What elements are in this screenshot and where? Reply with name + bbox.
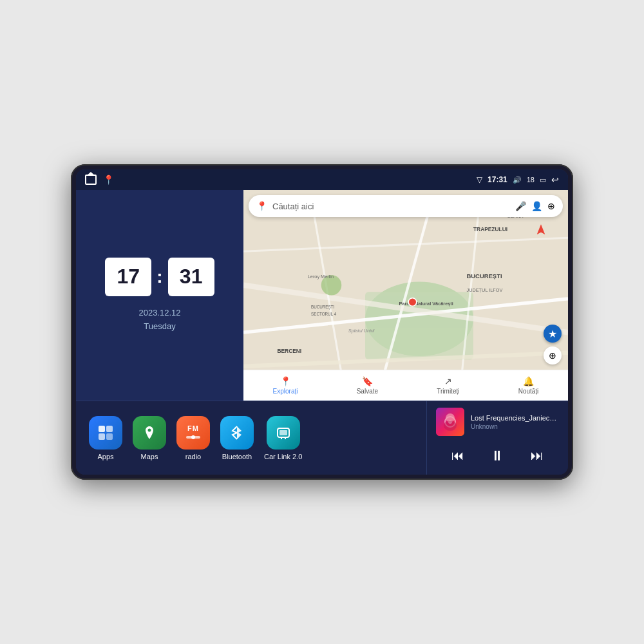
svg-rect-24 [99,426,105,432]
svg-text:JUDEȚUL ILFOV: JUDEȚUL ILFOV [467,287,503,293]
svg-point-22 [408,298,417,307]
device-screen: 📍 ▽ 17:31 🔊 18 ▭ ↩ 17 : 31 [76,169,568,475]
volume-level: 18 [527,176,535,184]
bottom-section: Apps Maps FM [76,401,568,475]
music-thumbnail [436,408,464,436]
main-content: 17 : 31 2023.12.12 Tuesday [76,190,568,475]
clock-display: 17 : 31 [105,258,214,296]
app-item-maps[interactable]: Maps [133,416,166,460]
svg-rect-31 [279,430,287,435]
status-left: 📍 [85,175,114,185]
clock-hours: 17 [105,258,151,296]
back-icon[interactable]: ↩ [551,175,559,185]
map-location-button[interactable]: ★ [544,325,562,343]
app-item-carlink[interactable]: Car Link 2.0 [264,416,302,460]
app-grid: Apps Maps FM [76,401,426,475]
radio-label: radio [185,453,201,460]
music-artist: Unknown [471,423,559,430]
svg-text:BERCENI: BERCENI [278,348,302,354]
app-item-radio[interactable]: FM radio [176,416,210,460]
prev-button[interactable]: ⏮ [446,446,469,466]
map-nav-explore[interactable]: 📍 Explorați [273,376,298,395]
explore-icon: 📍 [280,376,291,386]
map-bottom-nav: 📍 Explorați 🔖 Salvate ↗ Trimiteți 🔔 [243,370,568,401]
svg-text:SECTORUL 4: SECTORUL 4 [311,312,337,316]
play-pause-button[interactable]: ⏸ [490,448,504,464]
music-title: Lost Frequencies_Janieck Devy-... [471,414,559,422]
music-player: Lost Frequencies_Janieck Devy-... Unknow… [426,401,568,475]
svg-text:TRAPEZULUI: TRAPEZULUI [473,226,507,232]
svg-text:Parcul Natural Văcărești: Parcul Natural Văcărești [399,301,453,307]
saved-icon: 🔖 [362,376,373,386]
music-text: Lost Frequencies_Janieck Devy-... Unknow… [471,414,559,430]
music-info: Lost Frequencies_Janieck Devy-... Unknow… [436,408,559,436]
maps-status-icon[interactable]: 📍 [103,175,114,185]
map-search-placeholder[interactable]: Căutați aici [272,202,510,211]
map-compass[interactable]: ⊕ [544,346,562,365]
bluetooth-icon [220,416,254,450]
music-controls: ⏮ ⏸ ⏭ [436,443,559,468]
map-nav-share[interactable]: ↗ Trimiteți [437,376,459,395]
map-search-bar[interactable]: 📍 Căutați aici 🎤 👤 ⊕ [249,195,563,217]
svg-point-29 [191,435,195,439]
status-bar: 📍 ▽ 17:31 🔊 18 ▭ ↩ [76,169,568,190]
carlink-icon [267,416,300,450]
home-icon[interactable] [85,175,97,185]
radio-icon: FM [176,416,210,450]
volume-icon: 🔊 [513,176,522,184]
svg-text:Leroy Merlin: Leroy Merlin [308,274,334,279]
battery-icon: ▭ [540,176,546,184]
svg-text:Splaiul Unirii: Splaiul Unirii [348,328,375,334]
status-right: ▽ 17:31 🔊 18 ▭ ↩ [477,175,559,185]
status-time: 17:31 [488,175,507,184]
svg-text:BUCUREȘTI: BUCUREȘTI [467,272,502,279]
map-search-actions: 🎤 👤 ⊕ [515,201,555,211]
app-item-apps[interactable]: Apps [89,416,122,460]
saved-label: Salvate [357,388,378,395]
clock-minutes: 31 [168,258,214,296]
map-nav-news[interactable]: 🔔 Noutăți [518,376,539,395]
maps-app-icon [133,416,166,450]
apps-label: Apps [97,453,113,460]
car-display-device: 📍 ▽ 17:31 🔊 18 ▭ ↩ 17 : 31 [71,164,573,480]
next-button[interactable]: ⏭ [526,446,549,466]
account-icon[interactable]: 👤 [531,201,542,211]
news-label: Noutăți [518,388,539,395]
clock-widget: 17 : 31 2023.12.12 Tuesday [76,190,243,401]
top-section: 17 : 31 2023.12.12 Tuesday [76,190,568,401]
svg-point-38 [444,421,457,431]
carlink-label: Car Link 2.0 [264,453,302,460]
bluetooth-label: Bluetooth [222,453,252,460]
map-nav-saved[interactable]: 🔖 Salvate [357,376,378,395]
clock-colon: : [156,267,162,287]
map-pin-icon: 📍 [256,201,267,211]
svg-text:BUCUREȘTI: BUCUREȘTI [311,305,335,310]
share-icon: ↗ [444,376,452,386]
svg-rect-25 [106,426,113,432]
mic-icon[interactable]: 🎤 [515,201,526,211]
share-label: Trimiteți [437,388,459,395]
svg-rect-26 [99,433,105,440]
maps-label: Maps [141,453,158,460]
apps-icon [89,416,122,450]
svg-rect-27 [106,433,113,440]
explore-label: Explorați [273,388,298,395]
layers-icon[interactable]: ⊕ [547,201,555,211]
clock-date: 2023.12.12 Tuesday [138,307,180,334]
signal-icon: ▽ [477,175,482,184]
news-icon: 🔔 [523,376,534,386]
app-item-bluetooth[interactable]: Bluetooth [220,416,254,460]
map-widget[interactable]: TRAPEZULUI BUCUREȘTI JUDEȚUL ILFOV BERCE… [243,190,568,401]
